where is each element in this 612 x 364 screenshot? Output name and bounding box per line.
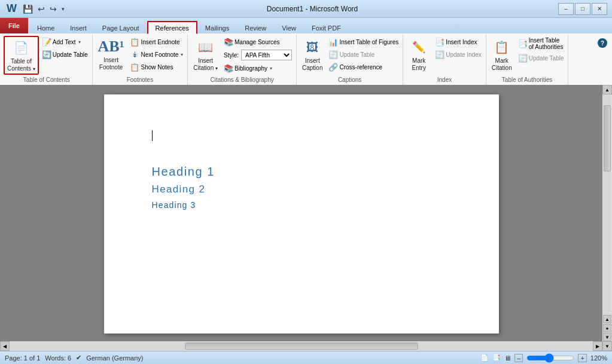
view-normal-icon[interactable]: 📄 (480, 354, 489, 362)
scroll-thumb-vertical[interactable] (604, 105, 611, 172)
group-index: ✏️ MarkEntry 📑 Insert Index 🔄 Update Ind… (403, 35, 486, 85)
document-area: Heading 1 Heading 2 Heading 3 ▲ ▲ ● ▼ ▼ … (0, 85, 612, 351)
update-table-authorities-label: Update Table (529, 55, 564, 62)
insert-index-icon: 📑 (435, 37, 444, 47)
zoom-out-button[interactable]: – (514, 354, 523, 362)
add-text-icon: 📝 (42, 37, 51, 47)
manage-sources-label: Manage Sources (235, 39, 280, 45)
view-web-icon[interactable]: 🖥 (504, 354, 511, 362)
insert-table-figures-label: Insert Table of Figures (339, 39, 398, 45)
insert-endnote-button[interactable]: 📋 Insert Endnote (128, 36, 185, 48)
add-text-button[interactable]: 📝 Add Text ▾ (40, 36, 90, 48)
insert-table-authorities-button[interactable]: 📑 Insert Tableof Authorities (516, 36, 566, 51)
next-page-button[interactable]: ▼ (603, 333, 611, 341)
status-bar: Page: 1 of 1 Words: 6 ✔ German (Germany)… (0, 351, 612, 364)
add-text-label: Add Text (53, 39, 76, 45)
redo-quick-icon[interactable]: ↪ (48, 3, 59, 15)
text-cursor (152, 130, 153, 141)
tab-insert[interactable]: Insert (62, 21, 95, 34)
tab-references[interactable]: References (147, 21, 197, 34)
scroll-left-button[interactable]: ◀ (0, 341, 10, 351)
update-table-authorities-icon: 🔄 (518, 53, 528, 63)
select-browse-button[interactable]: ● (603, 324, 611, 332)
insert-index-label: Insert Index (446, 39, 477, 45)
minimize-button[interactable]: – (558, 3, 574, 15)
tab-mailings[interactable]: Mailings (197, 21, 237, 34)
update-table-toc-label: Update Table (53, 51, 88, 58)
document-page[interactable]: Heading 1 Heading 2 Heading 3 (104, 94, 499, 334)
toc-label: Table ofContents ▾ (7, 58, 35, 72)
update-table-toc-button[interactable]: 🔄 Update Table (40, 48, 90, 60)
view-reading-icon[interactable]: 📑 (492, 354, 501, 362)
insert-caption-label: InsertCaption (302, 57, 322, 72)
cross-reference-label: Cross-reference (339, 64, 382, 71)
words-status: Words: 6 (45, 354, 71, 362)
zoom-level: 120% (590, 354, 607, 362)
next-footnote-button[interactable]: ↡ Next Footnote ▾ (128, 48, 185, 60)
group-authorities-items: 📋 MarkCitation 📑 Insert Tableof Authorit… (489, 36, 566, 75)
window-controls: – □ ✕ (558, 3, 607, 15)
insert-endnote-label: Insert Endnote (141, 39, 179, 45)
insert-index-button[interactable]: 📑 Insert Index (433, 36, 483, 48)
table-of-contents-button[interactable]: 📄 Table ofContents ▾ (4, 36, 39, 75)
style-select[interactable]: APA Fifth MLA Chicago (241, 50, 292, 60)
window-title: Document1 - Microsoft Word (66, 5, 558, 13)
show-notes-button[interactable]: 📋 Show Notes (128, 61, 185, 73)
group-footnotes-label: Footnotes (95, 75, 185, 85)
group-table-of-contents: 📄 Table ofContents ▾ 📝 Add Text ▾ 🔄 Upda… (1, 35, 93, 85)
vertical-scrollbar: ▲ ▲ ● ▼ ▼ (602, 85, 612, 351)
insert-footnote-button[interactable]: AB¹ InsertFootnote (95, 36, 127, 73)
group-toc-label: Table of Contents (4, 75, 90, 85)
group-citations-label: Citations & Bibliography (190, 75, 294, 85)
insert-table-of-figures-button[interactable]: 📊 Insert Table of Figures (327, 36, 400, 48)
undo-quick-icon[interactable]: ↩ (36, 3, 47, 15)
mark-citation-button[interactable]: 📋 MarkCitation (489, 36, 515, 74)
manage-sources-button[interactable]: 📚 Manage Sources (222, 36, 294, 48)
tab-foxit-pdf[interactable]: Foxit PDF (304, 21, 349, 34)
bibliography-dropdown: ▾ (270, 66, 272, 71)
insert-citation-icon: 📖 (196, 38, 215, 57)
insert-caption-button[interactable]: 🖼 InsertCaption (299, 36, 325, 74)
prev-page-button[interactable]: ▲ (603, 315, 611, 323)
update-index-button: 🔄 Update Index (433, 48, 483, 60)
scroll-track-horizontal[interactable] (10, 342, 593, 350)
add-text-dropdown: ▾ (78, 39, 81, 45)
qa-dropdown-icon[interactable]: ▾ (60, 5, 66, 13)
scroll-up-button[interactable]: ▲ (602, 85, 612, 94)
quick-access-toolbar: 💾 ↩ ↪ ▾ (21, 3, 66, 15)
tab-page-layout[interactable]: Page Layout (95, 21, 147, 34)
heading-3: Heading 3 (152, 200, 451, 210)
scroll-bottom-buttons: ▲ ● ▼ (603, 315, 611, 341)
authorities-small-buttons: 📑 Insert Tableof Authorities 🔄 Update Ta… (516, 36, 566, 64)
tab-view[interactable]: View (274, 21, 304, 34)
help-button[interactable]: ? (598, 38, 607, 48)
close-button[interactable]: ✕ (592, 3, 607, 15)
scroll-track-vertical[interactable] (603, 94, 611, 315)
mark-citation-label: MarkCitation (492, 57, 512, 72)
scroll-right-button[interactable]: ▶ (593, 341, 602, 351)
maximize-button[interactable]: □ (575, 3, 590, 15)
spell-check-icon: ✔ (76, 354, 81, 362)
group-citations: 📖 InsertCitation ▾ 📚 Manage Sources Styl… (188, 35, 297, 85)
group-citations-items: 📖 InsertCitation ▾ 📚 Manage Sources Styl… (190, 36, 294, 75)
cross-reference-icon: 🔗 (328, 62, 338, 72)
zoom-in-button[interactable]: + (578, 354, 586, 362)
horizontal-scrollbar: ◀ ▶ (0, 341, 602, 351)
scroll-thumb-horizontal[interactable] (185, 342, 418, 350)
scroll-down-button[interactable]: ▼ (602, 341, 612, 351)
save-quick-icon[interactable]: 💾 (21, 3, 35, 15)
page-status: Page: 1 of 1 (5, 354, 40, 362)
bibliography-button[interactable]: 📚 Bibliography ▾ (222, 62, 294, 74)
show-notes-label: Show Notes (141, 64, 173, 71)
insert-citation-button[interactable]: 📖 InsertCitation ▾ (190, 36, 221, 74)
tab-home[interactable]: Home (29, 21, 62, 34)
next-footnote-label: Next Footnote (141, 51, 178, 58)
cross-reference-button[interactable]: 🔗 Cross-reference (327, 61, 400, 73)
update-table-captions-icon: 🔄 (328, 50, 338, 59)
heading-1: Heading 1 (152, 165, 451, 179)
insert-table-authorities-icon: 📑 (518, 39, 528, 48)
tab-review[interactable]: Review (237, 21, 274, 34)
tab-file[interactable]: File (0, 18, 28, 33)
mark-entry-button[interactable]: ✏️ MarkEntry (406, 36, 432, 74)
zoom-slider[interactable] (526, 354, 574, 362)
